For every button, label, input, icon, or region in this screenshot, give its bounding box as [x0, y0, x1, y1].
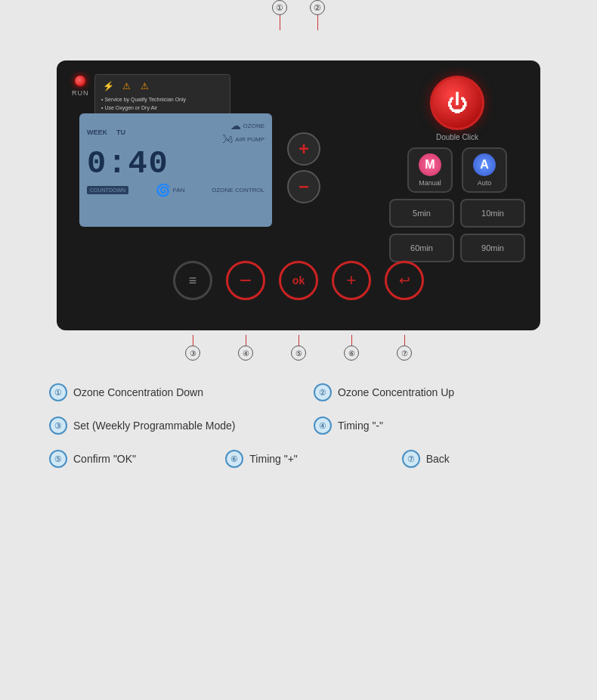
concentration-down-button[interactable]: − — [287, 170, 320, 203]
legend-text-2: Ozone Concentration Up — [338, 386, 454, 399]
callout-1-circle: ① — [272, 0, 287, 15]
lcd-countdown: COUNTDOWN — [87, 186, 128, 194]
legend-badge-6: ⑥ — [225, 450, 243, 468]
lcd-fan-area: 🌀 FAN — [156, 183, 185, 197]
timer-90min-button[interactable]: 90min — [460, 234, 525, 262]
legend-item-7: ⑦ Back — [402, 450, 548, 468]
power-icon: ⏻ — [447, 91, 468, 116]
auto-label: Auto — [478, 179, 492, 187]
concentration-up-button[interactable]: + — [287, 132, 320, 166]
set-button[interactable]: ≡ — [173, 261, 212, 300]
lcd-display: WEEK TU ☁ OZONE 🌬 AIR PUMP 0:40 COUNTDOW… — [79, 113, 272, 227]
callout-3: ③ — [185, 345, 200, 361]
back-button[interactable]: ↩ — [385, 261, 424, 300]
manual-icon: M — [419, 153, 441, 176]
legend-item-4: ④ Timing "-" — [314, 417, 548, 435]
legend-badge-1: ① — [49, 383, 67, 401]
legend-text-1: Ozone Concentration Down — [73, 386, 203, 399]
timing-minus-button[interactable]: − — [226, 261, 265, 300]
right-section: ⏻ Double Click M Manual A Auto 5min 10mi… — [389, 76, 525, 262]
legend-badge-3: ③ — [49, 417, 67, 435]
legend-item-2: ② Ozone Concentration Up — [314, 383, 548, 401]
legend-badge-7: ⑦ — [402, 450, 420, 468]
legend-item-1: ① Ozone Concentration Down — [49, 383, 283, 401]
legend-badge-4: ④ — [314, 417, 332, 435]
legend-item-6: ⑥ Timing "+" — [225, 450, 371, 468]
legend-item-3: ③ Set (Weekly Programmable Mode) — [49, 417, 283, 435]
timing-plus-button[interactable]: + — [332, 261, 371, 300]
callout-7: ⑦ — [397, 345, 412, 361]
lcd-ozone-control: OZONE CONTROL — [212, 187, 264, 194]
timer-60min-button[interactable]: 60min — [389, 234, 454, 262]
callout-2-circle: ② — [310, 0, 325, 15]
timer-5min-button[interactable]: 5min — [389, 199, 454, 228]
legend-text-5: Confirm "OK" — [73, 452, 136, 466]
auto-button[interactable]: A Auto — [462, 147, 507, 193]
legend-text-6: Timing "+" — [249, 452, 298, 466]
manual-label: Manual — [419, 179, 441, 187]
legend-badge-2: ② — [314, 383, 332, 401]
warning-triangle-icon-2: ⚠ — [138, 79, 151, 93]
lightning-icon: ⚡ — [101, 79, 115, 93]
legend-badge-5: ⑤ — [49, 450, 67, 468]
run-led-area: RUN — [72, 76, 89, 97]
legend-item-5: ⑤ Confirm "OK" — [49, 450, 195, 468]
timer-10min-button[interactable]: 10min — [460, 199, 525, 228]
device-panel: RUN ⚡ ⚠ ⚠ Service by Qualify Technician … — [57, 60, 540, 330]
lcd-week-label: WEEK — [87, 129, 107, 136]
legend-text-7: Back — [426, 452, 450, 466]
lcd-airpump-row: 🌬 AIR PUMP — [222, 133, 264, 145]
manual-button[interactable]: M Manual — [407, 147, 453, 193]
run-label: RUN — [72, 89, 89, 97]
lcd-ozone-row: ☁ OZONE — [230, 119, 264, 132]
legend-text-3: Set (Weekly Programmable Mode) — [73, 419, 235, 432]
callout-5: ⑤ — [291, 345, 306, 361]
ok-button[interactable]: ok — [279, 261, 318, 300]
lcd-time: 0:40 — [87, 148, 264, 180]
run-led — [75, 76, 85, 86]
callout-4: ④ — [238, 345, 253, 361]
legend-text-4: Timing "-" — [338, 419, 383, 432]
callout-6: ⑥ — [344, 345, 359, 361]
power-label: Double Click — [436, 133, 478, 141]
auto-icon: A — [473, 153, 496, 176]
warning-triangle-icon: ⚠ — [119, 79, 133, 93]
legend-area: ① Ozone Concentration Down ② Ozone Conce… — [42, 383, 555, 483]
lcd-day-label: TU — [116, 129, 125, 136]
power-button[interactable]: ⏻ — [430, 76, 484, 130]
